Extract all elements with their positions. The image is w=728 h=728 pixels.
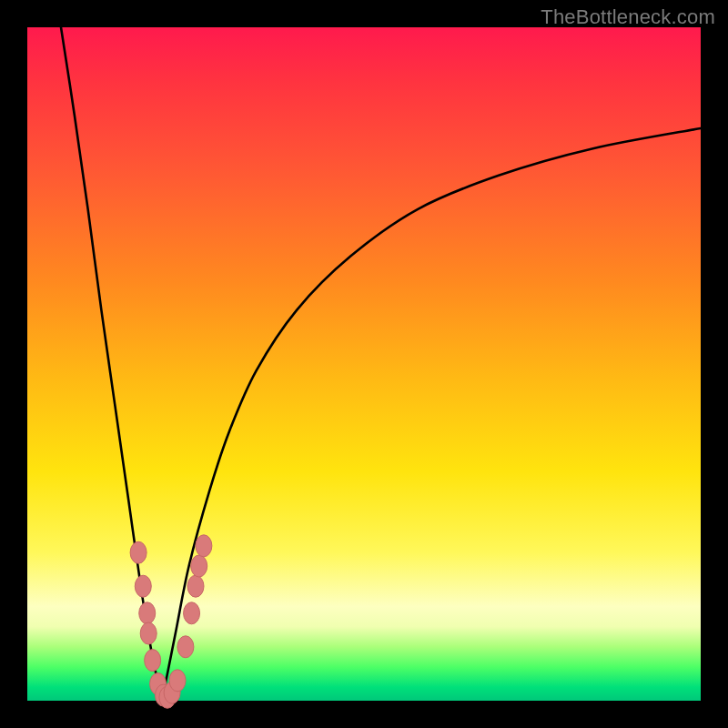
curve-layer (27, 27, 701, 701)
data-marker (177, 636, 194, 658)
data-marker (169, 670, 186, 692)
data-marker (130, 541, 147, 563)
plot-area (27, 27, 701, 701)
watermark-text: TheBottleneck.com (541, 5, 715, 29)
data-marker (135, 575, 151, 597)
data-marker (145, 650, 161, 672)
data-marker (139, 602, 156, 624)
data-marker (140, 622, 157, 644)
curve-left-branch (61, 27, 162, 701)
data-marker (184, 602, 200, 624)
curve-right-branch (162, 128, 701, 701)
data-marker (191, 555, 207, 577)
data-marker (187, 575, 204, 597)
data-marker (196, 535, 212, 557)
chart-frame: TheBottleneck.com (0, 0, 728, 728)
marker-group (130, 535, 212, 709)
